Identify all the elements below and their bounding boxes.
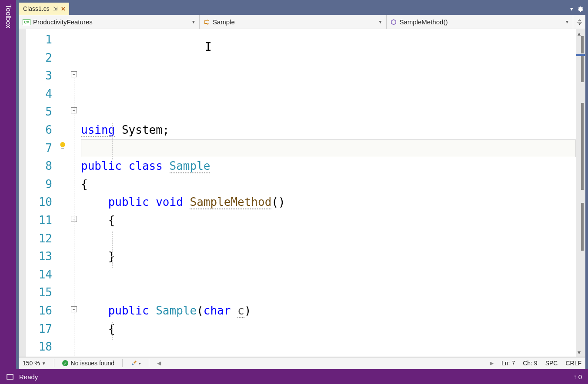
lightbulb-icon[interactable] [58, 142, 67, 150]
check-icon: ✓ [62, 360, 68, 366]
nav-forward-icon[interactable]: ▶ [490, 360, 494, 366]
push-count: 0 [578, 373, 582, 381]
ide-status-bar: Ready ↑ 0 [0, 369, 588, 384]
line-number: 10 [26, 193, 52, 212]
class-dropdown[interactable]: Sample ▼ [200, 15, 387, 29]
zoom-level-dropdown[interactable]: 150 % ▼ [23, 360, 46, 367]
method-icon [390, 19, 397, 26]
chevron-down-icon: ▼ [191, 20, 196, 24]
pin-icon[interactable]: ⇲ [53, 6, 57, 12]
line-number-gutter: 1 2 3 4 5 6 7 8 9 10 11 12 13 14 15 16 1… [26, 29, 57, 357]
editor-left-margin [19, 29, 26, 357]
current-line-highlight [81, 139, 576, 158]
line-number: 3 [26, 67, 52, 85]
line-number: 18 [26, 338, 52, 356]
line-number: 14 [26, 266, 52, 284]
status-text: Ready [19, 373, 38, 381]
zoom-value: 150 % [23, 360, 40, 367]
window-icon [6, 373, 14, 381]
toolbox-label: Toolbox [4, 0, 12, 28]
brush-icon[interactable]: ▾ [130, 360, 141, 367]
nav-back-icon[interactable]: ◀ [157, 360, 161, 366]
split-window-button[interactable] [573, 15, 585, 29]
editor-status-bar: 150 % ▼ ✓ No issues found ▾ ◀ ▶ Ln: 7 Ch… [19, 357, 585, 369]
svg-rect-1 [7, 374, 13, 379]
indent-mode[interactable]: SPC [545, 360, 558, 367]
scrollbar-map[interactable]: ▴ ▾ [576, 29, 585, 357]
line-number: 15 [26, 284, 52, 302]
toolbox-panel-tab[interactable]: Toolbox [0, 0, 16, 384]
gear-icon[interactable] [577, 5, 584, 12]
cursor-char[interactable]: Ch: 9 [523, 360, 537, 367]
tab-row: Class1.cs ⇲ ✕ ▾ [19, 3, 585, 15]
chevron-down-icon: ▼ [378, 20, 383, 24]
scroll-down-icon[interactable]: ▾ [578, 349, 581, 356]
close-icon[interactable]: ✕ [61, 6, 66, 12]
line-number: 13 [26, 248, 52, 266]
csharp-icon: C# [23, 19, 30, 25]
line-number: 5 [26, 103, 52, 121]
class-name: Sample [213, 18, 235, 26]
line-number: 8 [26, 157, 52, 175]
cursor-line[interactable]: Ln: 7 [501, 360, 515, 367]
line-number: 16 [26, 302, 52, 320]
line-number: 1 [26, 31, 52, 49]
glyph-margin [57, 29, 70, 357]
file-tab-label: Class1.cs [23, 5, 50, 12]
code-content[interactable]: using System; public class Sample { publ… [81, 29, 576, 357]
project-name: ProductivityFeatures [33, 18, 93, 26]
navigation-bar: C# ProductivityFeatures ▼ Sample ▼ Sampl… [19, 15, 585, 29]
code-editor[interactable]: 1 2 3 4 5 6 7 8 9 10 11 12 13 14 15 16 1… [19, 29, 585, 357]
project-dropdown[interactable]: C# ProductivityFeatures ▼ [19, 15, 200, 29]
line-number: 12 [26, 230, 52, 248]
chevron-down-icon: ▼ [42, 361, 46, 366]
issues-text: No issues found [71, 360, 114, 367]
document-area: Class1.cs ⇲ ✕ ▾ C# ProductivityFeatures … [16, 0, 588, 369]
issues-indicator[interactable]: ✓ No issues found [62, 360, 114, 367]
arrow-up-icon: ↑ [574, 373, 577, 380]
file-tab-class1[interactable]: Class1.cs ⇲ ✕ [19, 3, 69, 15]
fold-toggle[interactable]: − [71, 71, 77, 77]
fold-column: − − − − [70, 29, 81, 357]
push-indicator[interactable]: ↑ 0 [574, 373, 582, 381]
line-ending[interactable]: CRLF [565, 360, 581, 367]
text-cursor: I [205, 38, 212, 56]
line-number: 9 [26, 175, 52, 194]
line-number: 2 [26, 49, 52, 67]
line-number: 11 [26, 212, 52, 230]
member-name: SampleMethod() [400, 18, 448, 26]
line-number: 7 [26, 139, 52, 158]
svg-rect-0 [61, 148, 64, 149]
line-number: 4 [26, 85, 52, 103]
member-dropdown[interactable]: SampleMethod() ▼ [387, 15, 573, 29]
window-overflow-icon[interactable]: ▾ [570, 6, 573, 12]
line-number: 17 [26, 320, 52, 338]
scroll-up-icon[interactable]: ▴ [578, 30, 581, 37]
chevron-down-icon: ▼ [565, 20, 569, 24]
class-icon [203, 19, 210, 26]
line-number: 6 [26, 121, 52, 139]
